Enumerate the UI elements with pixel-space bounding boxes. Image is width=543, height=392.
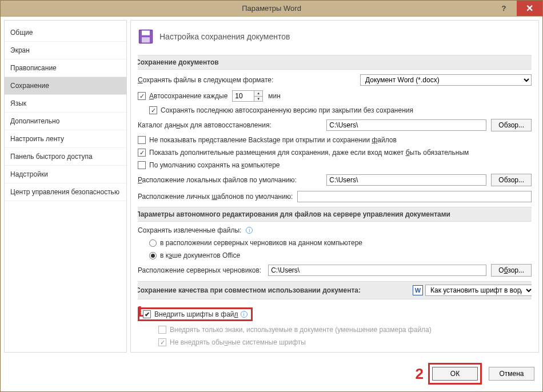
fidelity-doc-select[interactable]: Как установить шрифт в ворд bbox=[425, 285, 532, 296]
window-title: Параметры Word bbox=[242, 4, 301, 13]
word-options-dialog: Параметры Word ? ✕ Общие Экран Правописа… bbox=[0, 0, 543, 392]
section-save-documents: Сохранение документов bbox=[138, 55, 532, 70]
server-drafts-input[interactable] bbox=[268, 265, 486, 276]
callout-2: 2 bbox=[416, 365, 424, 383]
autorecover-browse-button[interactable]: Обзор... bbox=[491, 119, 532, 131]
window-controls: ? ✕ bbox=[491, 1, 542, 16]
svg-rect-1 bbox=[142, 31, 150, 35]
server-drafts-browse-button[interactable]: Обзор... bbox=[491, 264, 532, 277]
cancel-button[interactable]: Отмена bbox=[489, 367, 534, 381]
callout-1: 1 bbox=[138, 303, 143, 321]
sidebar-item-quick-access[interactable]: Панель быстрого доступа bbox=[5, 148, 126, 166]
autosave-unit: мин bbox=[268, 92, 281, 100]
main-panel: Настройка сохранения документов Сохранен… bbox=[130, 20, 539, 353]
section-offline-editing: Параметры автономного редактирования для… bbox=[138, 207, 532, 222]
local-files-input[interactable] bbox=[326, 174, 486, 186]
local-files-label: Расположение локальных файлов по умолчан… bbox=[138, 176, 297, 184]
embed-fonts-checkbox[interactable]: ✔ Внедрить шрифты в файл bbox=[143, 310, 238, 318]
sidebar-item-addins[interactable]: Надстройки bbox=[5, 166, 126, 183]
show-additional-locations-checkbox[interactable]: ✓ Показать дополнительные размещения для… bbox=[138, 149, 469, 157]
local-files-browse-button[interactable]: Обзор... bbox=[491, 174, 532, 186]
keep-last-autosaved-checkbox[interactable]: ✓ Сохранять последнюю автосохраненную ве… bbox=[149, 106, 413, 114]
save-extracted-label: Сохранять извлеченные файлы: bbox=[138, 226, 241, 234]
ok-button-highlight: ОК bbox=[428, 363, 482, 385]
save-floppy-icon bbox=[138, 29, 154, 45]
sidebar-item-trust-center[interactable]: Центр управления безопасностью bbox=[5, 183, 126, 201]
close-button[interactable]: ✕ bbox=[517, 1, 542, 16]
server-drafts-label: Расположение серверных черновиков: bbox=[138, 266, 261, 274]
embed-only-used-checkbox: Внедрять только знаки, используемые в до… bbox=[158, 326, 432, 334]
personal-templates-label: Расположение личных шаблонов по умолчани… bbox=[138, 193, 293, 201]
sidebar-item-save[interactable]: Сохранение bbox=[5, 77, 126, 95]
save-format-select[interactable]: Документ Word (*.docx) bbox=[360, 74, 532, 86]
office-doc-cache-radio[interactable]: в кэше документов Office bbox=[149, 251, 240, 259]
category-sidebar: Общие Экран Правописание Сохранение Язык… bbox=[4, 20, 127, 353]
word-doc-icon: W bbox=[413, 285, 423, 295]
embed-fonts-highlight: ✔ Внедрить шрифты в файл i bbox=[138, 307, 253, 321]
sidebar-item-proofing[interactable]: Правописание bbox=[5, 59, 126, 77]
info-icon[interactable]: i bbox=[246, 227, 253, 234]
sidebar-item-ribbon[interactable]: Настроить ленту bbox=[5, 130, 126, 148]
section-preserve-fidelity: Сохранение качества при совместном испол… bbox=[138, 281, 532, 299]
ok-button[interactable]: ОК bbox=[432, 367, 478, 381]
save-format-label: Сохранять файлы в следующем формате: bbox=[138, 76, 273, 84]
server-drafts-location-radio[interactable]: в расположении серверных черновиков на д… bbox=[149, 239, 362, 247]
dialog-footer: 2 ОК Отмена bbox=[1, 356, 542, 391]
sidebar-item-general[interactable]: Общие bbox=[5, 24, 126, 42]
sidebar-item-advanced[interactable]: Дополнительно bbox=[5, 113, 126, 130]
sidebar-item-language[interactable]: Язык bbox=[5, 95, 126, 113]
info-icon[interactable]: i bbox=[241, 311, 247, 318]
no-backstage-checkbox[interactable]: Не показывать представление Backstage пр… bbox=[138, 136, 397, 144]
save-to-pc-checkbox[interactable]: По умолчанию сохранять на компьютере bbox=[138, 161, 280, 169]
page-heading: Настройка сохранения документов bbox=[159, 32, 290, 41]
help-button[interactable]: ? bbox=[491, 1, 517, 16]
sidebar-item-display[interactable]: Экран bbox=[5, 42, 126, 59]
no-system-fonts-checkbox: ✓ Не внедрять обычные системные шрифты bbox=[158, 338, 306, 346]
autosave-interval-spinner[interactable]: ▲▼ bbox=[232, 90, 263, 102]
autorecover-location-input[interactable] bbox=[326, 119, 486, 131]
personal-templates-input[interactable] bbox=[297, 191, 532, 202]
section-preserve-fidelity-label: Сохранение качества при совместном испол… bbox=[138, 286, 361, 294]
autorecover-location-label: Каталог данных для автовосстановления: bbox=[138, 121, 272, 129]
svg-rect-2 bbox=[142, 37, 150, 42]
autosave-checkbox[interactable]: ✓ Автосохранение каждые bbox=[138, 92, 227, 100]
titlebar: Параметры Word ? ✕ bbox=[1, 1, 542, 17]
